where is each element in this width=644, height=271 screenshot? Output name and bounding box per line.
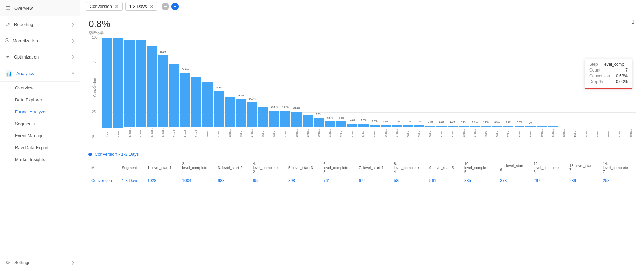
sidebar-sub-item-overview[interactable]: Overview xyxy=(0,82,80,94)
bar[interactable] xyxy=(258,107,269,127)
days-tab-close[interactable]: ✕ xyxy=(150,4,154,9)
bar[interactable]: 0.9% xyxy=(492,126,502,127)
table-header-cell: 12. level_complete 6 xyxy=(531,159,566,176)
bar[interactable]: 1.2% xyxy=(459,126,469,127)
chart-legend: Conversion - 1-3 Days xyxy=(88,152,636,157)
bar[interactable] xyxy=(570,127,580,127)
bar[interactable] xyxy=(615,127,625,127)
bar[interactable]: 1.7% xyxy=(392,125,402,127)
bar-item: 7.level_start 4 xyxy=(169,38,179,137)
value-cell: 297 xyxy=(531,176,566,185)
bar[interactable] xyxy=(581,127,591,127)
x-axis-label: 44.level_complete 22 xyxy=(585,128,588,137)
bar[interactable]: 1.2% xyxy=(481,126,491,127)
value-cell: 955 xyxy=(250,176,286,185)
content-area: 0.8% 总转化率 ⇣ Conversion 1007550250 100.0%… xyxy=(80,13,644,271)
download-button[interactable]: ⇣ xyxy=(631,18,636,26)
bar[interactable]: 1.7% xyxy=(414,125,424,127)
sidebar-sub-item-event-manager[interactable]: Event Manager xyxy=(0,130,80,142)
bar[interactable]: 15.5% xyxy=(291,112,302,127)
bar[interactable]: 3.0% xyxy=(358,124,369,127)
grid-line-label: 75 xyxy=(92,60,96,64)
bar[interactable] xyxy=(147,46,157,127)
bar[interactable]: 16.5% xyxy=(269,111,279,127)
bar[interactable]: 16.2% xyxy=(280,111,291,127)
bar[interactable]: 1.7% xyxy=(403,125,413,127)
table-header-cell: 7. level_start 4 xyxy=(356,159,391,176)
conversion-tab[interactable]: Conversion ✕ xyxy=(86,2,123,11)
bar-item: 5.5%21.level_start 11 xyxy=(325,38,335,137)
bar[interactable] xyxy=(202,82,213,127)
bar[interactable]: 65.6% xyxy=(158,55,168,127)
sidebar-item-monetization[interactable]: $ Monetization ❯ xyxy=(0,33,80,49)
bar-pct-label: 1.2% xyxy=(483,121,489,124)
bar[interactable] xyxy=(603,127,614,127)
bar[interactable] xyxy=(626,127,636,127)
bar[interactable] xyxy=(303,115,313,127)
bar-item: 1.3%31.level_start 16 xyxy=(436,38,447,137)
sidebar-sub-item-segments[interactable]: Segments xyxy=(0,118,80,130)
bar[interactable]: 36.3% xyxy=(214,91,224,127)
bar-item: 1.7%27.level_start 14 xyxy=(392,38,402,137)
grid-line-label: 50 xyxy=(92,85,96,89)
bar[interactable]: 0% xyxy=(525,126,536,127)
sidebar-sub-item-funnel-analyzer-label: Funnel Analyzer xyxy=(15,109,47,114)
bar[interactable] xyxy=(169,64,179,127)
bar[interactable]: 1.3% xyxy=(436,126,447,127)
conversion-tab-close[interactable]: ✕ xyxy=(115,4,119,9)
x-axis-label: 13.level_start 7 xyxy=(240,128,242,137)
bar[interactable]: 3.3% xyxy=(347,124,357,127)
bar[interactable]: 5.4% xyxy=(336,121,346,127)
bar[interactable]: 1.2% xyxy=(470,126,480,127)
sidebar-item-settings[interactable]: ⚙ Settings ❯ xyxy=(0,255,80,271)
sidebar-item-optimization[interactable]: ✦ Optimization ❯ xyxy=(0,49,80,65)
add-tab-button[interactable]: + xyxy=(171,3,179,10)
sidebar-sub-item-data-explorer[interactable]: Data Explorer xyxy=(0,94,80,106)
conversion-tab-label: Conversion xyxy=(90,4,112,9)
chevron-right-icon: ❯ xyxy=(71,55,74,59)
bar[interactable]: 2.0% xyxy=(370,125,380,127)
bar-item: 3.3%23.level_start 12 xyxy=(347,38,357,137)
bar-item: 15.5%18.level_complete 9 xyxy=(291,38,302,137)
bar[interactable] xyxy=(592,127,603,127)
x-axis-label: 38.level_complete 19 xyxy=(518,128,521,137)
sidebar-item-analytics[interactable]: 📊 Analytics ∨ xyxy=(0,65,80,82)
days-tab[interactable]: 1-3 Days ✕ xyxy=(125,2,157,11)
sidebar-sub-item-funnel-analyzer[interactable]: Funnel Analyzer xyxy=(0,106,80,118)
sidebar-item-reporting[interactable]: ↗ Reporting ❯ xyxy=(0,16,80,33)
sidebar-item-overview[interactable]: ☰ Overview xyxy=(0,0,80,16)
bar-item: 54.6%8.level_complete 4 xyxy=(180,38,190,137)
bar[interactable]: 9.3% xyxy=(314,118,324,127)
sidebar-sub-item-market-insights[interactable]: Market Insights xyxy=(0,154,80,166)
tooltip-step-key: Step xyxy=(589,62,598,67)
remove-tab-button[interactable]: − xyxy=(162,3,169,10)
bar[interactable] xyxy=(191,77,202,127)
sidebar-sub-item-raw-data-export[interactable]: Raw Data Export xyxy=(0,142,80,154)
bar-item: 41.level_start 21 xyxy=(548,38,558,137)
x-axis-label: 25.level_start 13 xyxy=(373,128,376,137)
bar[interactable]: 1.4% xyxy=(425,126,436,127)
bar[interactable]: 100.0% xyxy=(102,38,112,128)
bar[interactable]: 96.1% xyxy=(113,38,124,128)
bar[interactable] xyxy=(537,126,547,127)
bar[interactable] xyxy=(548,126,558,127)
bar[interactable]: 0.9% xyxy=(503,126,513,127)
bar-pct-label: 9.3% xyxy=(316,113,321,115)
bar[interactable]: 1.3% xyxy=(448,126,458,127)
bar[interactable]: 1.9% xyxy=(381,125,391,127)
bar[interactable]: 24.8% xyxy=(247,102,257,127)
bar[interactable]: 5.5% xyxy=(325,121,335,127)
funnel-chart: Conversion 1007550250 100.0%1.level_star… xyxy=(88,38,636,147)
segment-cell[interactable]: 1-3 Days xyxy=(119,176,145,185)
bar[interactable]: 0.9% xyxy=(515,126,525,127)
sidebar-sub-item-segments-label: Segments xyxy=(15,121,35,126)
bar[interactable]: 87.4% xyxy=(124,40,135,127)
bar[interactable] xyxy=(136,40,146,127)
bar[interactable] xyxy=(225,97,235,127)
metric-cell: Conversion xyxy=(88,176,119,185)
bar[interactable] xyxy=(559,127,569,127)
bar[interactable]: 28.1% xyxy=(236,99,246,127)
sidebar-sub-item-data-explorer-label: Data Explorer xyxy=(15,97,42,102)
bar-pct-label: 5.4% xyxy=(339,117,344,119)
bar[interactable]: 54.6% xyxy=(180,73,190,127)
